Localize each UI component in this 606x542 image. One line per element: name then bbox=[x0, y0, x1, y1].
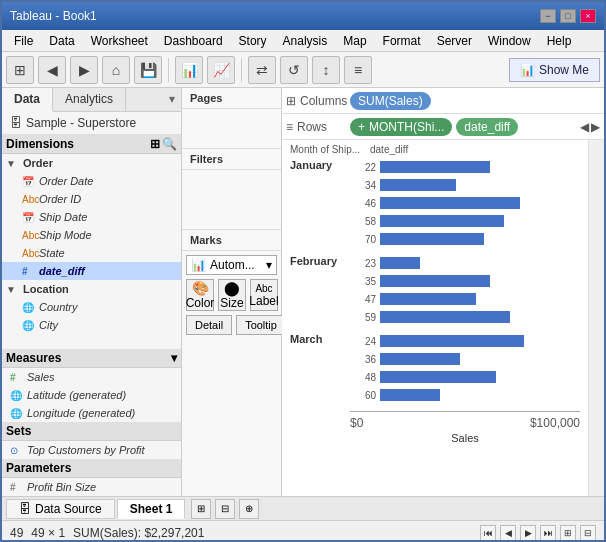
menu-data[interactable]: Data bbox=[41, 32, 82, 50]
toolbar-btn-1[interactable]: ⊞ bbox=[6, 56, 34, 84]
tab-sheet1[interactable]: Sheet 1 bbox=[117, 499, 186, 519]
shelf-nav: ◀ ▶ bbox=[580, 120, 600, 134]
toolbar-sep-1 bbox=[168, 58, 169, 82]
field-location-group[interactable]: ▼ Location bbox=[2, 280, 181, 298]
mar-row-3: 60 bbox=[350, 387, 580, 403]
marks-type-dropdown[interactable]: 📊 Autom... ▾ bbox=[186, 255, 277, 275]
field-city[interactable]: 🌐 City bbox=[2, 316, 181, 334]
order-id-label: Order ID bbox=[39, 193, 81, 205]
marks-tooltip-button[interactable]: Tooltip bbox=[236, 315, 286, 335]
toolbar-home-button[interactable]: ⌂ bbox=[102, 56, 130, 84]
columns-pill-sales[interactable]: SUM(Sales) bbox=[350, 92, 431, 110]
rows-pill-month[interactable]: + MONTH(Shi... bbox=[350, 118, 452, 136]
x-axis: $0 $100,000 Sales bbox=[350, 411, 580, 444]
menu-window[interactable]: Window bbox=[480, 32, 539, 50]
field-date-diff[interactable]: # date_diff bbox=[2, 262, 181, 280]
field-top-customers[interactable]: ⊙ Top Customers by Profit bbox=[2, 441, 181, 459]
tab-analytics[interactable]: Analytics bbox=[53, 88, 126, 111]
tab-icon-2[interactable]: ⊟ bbox=[215, 499, 235, 519]
tab-icon-1[interactable]: ⊞ bbox=[191, 499, 211, 519]
measures-icons: ▾ bbox=[171, 351, 177, 365]
mar-fill-2 bbox=[380, 371, 496, 383]
field-order-id[interactable]: Abc Order ID bbox=[2, 190, 181, 208]
data-source-label: 🗄 Sample - Superstore bbox=[2, 112, 181, 135]
datasource-tab-icon: 🗄 bbox=[19, 502, 31, 516]
pages-title: Pages bbox=[182, 88, 281, 109]
restore-button[interactable]: □ bbox=[560, 9, 576, 23]
status-middle: 49 × 1 bbox=[31, 526, 65, 540]
field-order-group[interactable]: ▼ Order bbox=[2, 154, 181, 172]
datasource-icon: 🗄 bbox=[10, 116, 22, 130]
toolbar-chart2[interactable]: 📈 bbox=[207, 56, 235, 84]
mar-row-0: 24 bbox=[350, 333, 580, 349]
minimize-button[interactable]: − bbox=[540, 9, 556, 23]
jan-num-4: 70 bbox=[350, 234, 380, 245]
tab-icon-3[interactable]: ⊕ bbox=[239, 499, 259, 519]
show-me-button[interactable]: 📊 Show Me bbox=[509, 58, 600, 82]
chart-col-headers: Month of Ship... date_diff bbox=[290, 144, 580, 155]
field-ship-mode[interactable]: Abc Ship Mode bbox=[2, 226, 181, 244]
status-nav-first[interactable]: ⏮ bbox=[480, 525, 496, 541]
menu-server[interactable]: Server bbox=[429, 32, 480, 50]
status-nav-last[interactable]: ⏭ bbox=[540, 525, 556, 541]
marks-detail-button[interactable]: Detail bbox=[186, 315, 232, 335]
close-button[interactable]: × bbox=[580, 9, 596, 23]
menu-format[interactable]: Format bbox=[375, 32, 429, 50]
chart-scrollbar[interactable] bbox=[588, 140, 604, 496]
menu-map[interactable]: Map bbox=[335, 32, 374, 50]
toolbar-sort2[interactable]: ≡ bbox=[344, 56, 372, 84]
meas-arrow[interactable]: ▾ bbox=[171, 351, 177, 365]
field-state[interactable]: Abc State bbox=[2, 244, 181, 262]
dim-grid-icon[interactable]: ⊞ bbox=[150, 137, 160, 151]
filters-area bbox=[182, 170, 281, 230]
latitude-icon: 🌐 bbox=[10, 390, 24, 401]
status-nav-prev[interactable]: ◀ bbox=[500, 525, 516, 541]
jan-bar-0 bbox=[380, 161, 580, 173]
field-longitude[interactable]: 🌐 Longitude (generated) bbox=[2, 404, 181, 422]
field-sales[interactable]: # Sales bbox=[2, 368, 181, 386]
field-country[interactable]: 🌐 Country bbox=[2, 298, 181, 316]
tab-data[interactable]: Data bbox=[2, 88, 53, 112]
menu-analysis[interactable]: Analysis bbox=[275, 32, 336, 50]
menu-dashboard[interactable]: Dashboard bbox=[156, 32, 231, 50]
tab-data-source[interactable]: 🗄 Data Source bbox=[6, 499, 115, 519]
month-pill-text: MONTH(Shi... bbox=[369, 120, 444, 134]
toolbar-sort1[interactable]: ↕ bbox=[312, 56, 340, 84]
feb-bar-0 bbox=[380, 257, 580, 269]
marks-color-button[interactable]: 🎨 Color bbox=[186, 279, 214, 311]
status-nav-next[interactable]: ▶ bbox=[520, 525, 536, 541]
toolbar-refresh[interactable]: ↺ bbox=[280, 56, 308, 84]
middle-panel: Pages Filters Marks 📊 Autom... ▾ 🎨 Color… bbox=[182, 88, 282, 496]
profit-bin-label: Profit Bin Size bbox=[27, 481, 96, 493]
menu-bar: File Data Worksheet Dashboard Story Anal… bbox=[2, 30, 604, 52]
top-cust-label: Top Customers by Profit bbox=[27, 444, 145, 456]
menu-file[interactable]: File bbox=[6, 32, 41, 50]
menu-help[interactable]: Help bbox=[539, 32, 580, 50]
ship-date-label: Ship Date bbox=[39, 211, 87, 223]
toolbar-swap[interactable]: ⇄ bbox=[248, 56, 276, 84]
sales-icon: # bbox=[10, 372, 24, 383]
toolbar-save-button[interactable]: 💾 bbox=[134, 56, 162, 84]
toolbar-back-button[interactable]: ◀ bbox=[38, 56, 66, 84]
top-cust-icon: ⊙ bbox=[10, 445, 24, 456]
toolbar-forward-button[interactable]: ▶ bbox=[70, 56, 98, 84]
mar-bar-1 bbox=[380, 353, 580, 365]
field-order-date[interactable]: 📅 Order Date bbox=[2, 172, 181, 190]
order-date-label: Order Date bbox=[39, 175, 93, 187]
marks-label-button[interactable]: Abc Label bbox=[250, 279, 278, 311]
status-grid-1[interactable]: ⊞ bbox=[560, 525, 576, 541]
rows-pill-datediff[interactable]: date_diff bbox=[456, 118, 518, 136]
menu-story[interactable]: Story bbox=[231, 32, 275, 50]
menu-worksheet[interactable]: Worksheet bbox=[83, 32, 156, 50]
panel-arrow[interactable]: ▾ bbox=[163, 88, 181, 111]
dim-search-icon[interactable]: 🔍 bbox=[162, 137, 177, 151]
toolbar-chart1[interactable]: 📊 bbox=[175, 56, 203, 84]
marks-size-button[interactable]: ⬤ Size bbox=[218, 279, 246, 311]
nav-left-icon[interactable]: ◀ bbox=[580, 120, 589, 134]
status-grid-2[interactable]: ⊟ bbox=[580, 525, 596, 541]
field-ship-date[interactable]: 📅 Ship Date bbox=[2, 208, 181, 226]
order-group-label: Order bbox=[23, 157, 53, 169]
field-profit-bin[interactable]: # Profit Bin Size bbox=[2, 478, 181, 496]
field-latitude[interactable]: 🌐 Latitude (generated) bbox=[2, 386, 181, 404]
nav-right-icon[interactable]: ▶ bbox=[591, 120, 600, 134]
